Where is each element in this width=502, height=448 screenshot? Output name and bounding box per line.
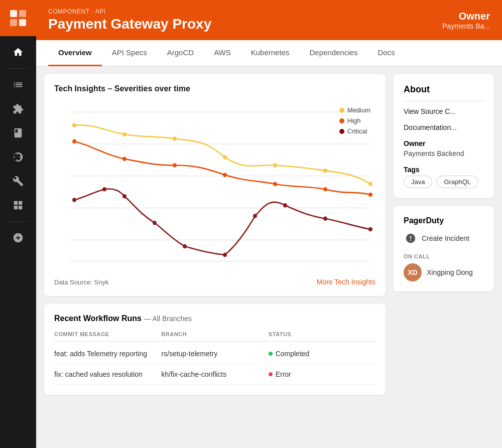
svg-point-33 — [368, 227, 372, 232]
branch-1: rs/setup-telemetry — [161, 350, 268, 358]
sidebar-logo[interactable] — [0, 0, 36, 36]
chart-legend: Medium High Critical — [339, 106, 370, 135]
svg-point-21 — [273, 182, 277, 186]
sidebar-item-add[interactable] — [8, 228, 28, 248]
table-header: COMMIT MESSAGE BRANCH STATUS — [54, 331, 375, 342]
branch-2: kh/fix-cache-conflicts — [161, 370, 268, 378]
avatar: XD — [404, 263, 422, 281]
svg-point-12 — [173, 136, 177, 141]
svg-point-31 — [283, 203, 287, 208]
tab-overview[interactable]: Overview — [48, 40, 102, 66]
left-column: Tech Insights – Severities over time Med… — [44, 74, 386, 440]
svg-point-29 — [223, 253, 227, 257]
svg-point-14 — [273, 163, 277, 168]
commit-message-1: feat: adds Telemetry reporting — [54, 350, 161, 358]
legend-medium: Medium — [339, 106, 370, 114]
sidebar-item-list[interactable] — [8, 75, 28, 95]
create-incident-label: Create Incident — [422, 234, 469, 242]
legend-dot-medium — [339, 108, 344, 113]
legend-label-medium: Medium — [347, 106, 370, 114]
legend-high: High — [339, 117, 370, 124]
svg-point-22 — [323, 187, 327, 192]
status-dot-error — [269, 372, 273, 376]
legend-label-critical: Critical — [347, 127, 367, 135]
sidebar-item-home[interactable] — [8, 42, 28, 62]
tag-java[interactable]: Java — [404, 176, 432, 188]
pagerduty-card: PagerDuty Create Incident ON CALL XD Xin… — [394, 206, 494, 291]
tab-argocd[interactable]: ArgoCD — [157, 40, 204, 66]
svg-rect-1 — [19, 10, 26, 17]
chart-container: Medium High Critical — [54, 101, 375, 272]
on-call-name: Xingping Dong — [427, 268, 473, 276]
svg-point-28 — [183, 244, 187, 249]
svg-point-25 — [102, 187, 106, 192]
svg-point-30 — [253, 214, 257, 218]
right-column: About View Source C... Documentation... … — [394, 74, 494, 440]
sidebar-item-compass[interactable] — [8, 147, 28, 167]
pagerduty-title: PagerDuty — [404, 216, 484, 225]
tab-api-specs[interactable]: API Specs — [102, 40, 157, 66]
create-incident-button[interactable]: Create Incident — [404, 231, 484, 245]
logo-icon — [9, 9, 27, 27]
svg-point-15 — [323, 169, 327, 173]
nav-tabs: Overview API Specs ArgoCD AWS Kubernetes… — [36, 40, 502, 66]
svg-point-19 — [173, 163, 177, 168]
tag-graphql[interactable]: GraphQL — [436, 176, 478, 188]
documentation-link[interactable]: Documentation... — [404, 123, 484, 131]
on-call-label: ON CALL — [404, 253, 484, 259]
tab-dependencies[interactable]: Dependencies — [299, 40, 367, 66]
view-source-link[interactable]: View Source C... — [404, 107, 484, 115]
svg-point-17 — [72, 139, 76, 143]
sidebar-item-puzzle[interactable] — [8, 99, 28, 119]
tab-aws[interactable]: AWS — [204, 40, 241, 66]
header-owner-label: Owner — [442, 11, 490, 22]
alarm-icon — [404, 231, 418, 245]
about-owner-value: Payments Backend — [404, 150, 484, 158]
tab-kubernetes[interactable]: Kubernetes — [241, 40, 300, 66]
chart-title: Tech Insights – Severities over time — [54, 84, 375, 93]
svg-point-26 — [122, 194, 127, 199]
legend-critical: Critical — [339, 127, 370, 135]
status-badge-1: Completed — [269, 350, 375, 358]
svg-point-10 — [72, 123, 76, 128]
about-tags-label: Tags — [404, 166, 484, 174]
col-header-branch: BRANCH — [161, 331, 268, 337]
content-area: Tech Insights – Severities over time Med… — [36, 66, 502, 448]
svg-point-11 — [122, 132, 127, 137]
workflow-subtitle: — All Branches — [144, 315, 192, 323]
data-source-label: Data Source: Snyk — [54, 278, 108, 286]
sidebar — [0, 0, 36, 448]
status-dot-completed — [269, 352, 273, 356]
workflow-card: Recent Workflow Runs — All Branches COMM… — [44, 304, 386, 395]
table-row: fix: cached values resolution kh/fix-cac… — [54, 364, 375, 385]
tab-docs[interactable]: Docs — [367, 40, 405, 66]
sidebar-divider-2 — [8, 221, 28, 222]
svg-point-20 — [223, 173, 227, 177]
svg-rect-0 — [10, 10, 17, 17]
svg-point-18 — [122, 157, 127, 162]
header-title: Payment Gateway Proxy — [48, 16, 211, 32]
header-owner-value: Payments Ba... — [442, 22, 490, 30]
commit-message-2: fix: cached values resolution — [54, 370, 161, 378]
legend-dot-high — [339, 118, 344, 123]
sidebar-item-grid[interactable] — [8, 195, 28, 215]
page-header: COMPONENT - API Payment Gateway Proxy Ow… — [36, 0, 502, 40]
status-1: Completed — [269, 350, 375, 358]
status-badge-2: Error — [269, 370, 375, 378]
sidebar-divider-1 — [8, 68, 28, 69]
chart-card: Tech Insights – Severities over time Med… — [44, 74, 386, 296]
header-right: Owner Payments Ba... — [442, 11, 490, 30]
header-left: COMPONENT - API Payment Gateway Proxy — [48, 8, 211, 32]
col-header-status: STATUS — [269, 331, 375, 337]
sidebar-item-book[interactable] — [8, 123, 28, 143]
svg-rect-2 — [10, 19, 17, 26]
chart-svg — [54, 101, 375, 272]
legend-dot-critical — [339, 129, 344, 134]
svg-point-23 — [368, 193, 372, 197]
about-title: About — [404, 84, 484, 95]
more-tech-insights-link[interactable]: More Tech Insights — [317, 278, 375, 286]
sidebar-item-wrench[interactable] — [8, 171, 28, 191]
on-call-user: XD Xingping Dong — [404, 263, 484, 281]
about-card: About View Source C... Documentation... … — [394, 74, 494, 198]
status-2: Error — [269, 370, 375, 378]
